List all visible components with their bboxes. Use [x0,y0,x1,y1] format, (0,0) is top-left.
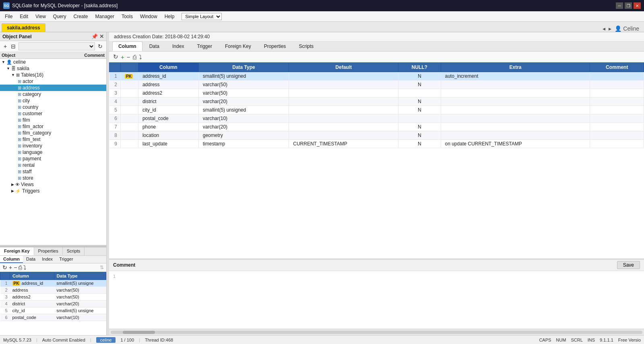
tree-table-country[interactable]: ⊞ country [0,104,106,110]
panel-pin-icon[interactable]: 📌 [91,33,98,39]
tree-table-inventory[interactable]: ⊞ inventory [0,143,106,149]
minimize-button[interactable]: ─ [616,2,623,9]
menu-create[interactable]: Create [70,13,91,20]
col-extra[interactable]: Extra [441,63,590,72]
menu-file[interactable]: File [2,13,16,20]
panel-grid-button[interactable]: ⊟ [10,43,17,50]
tree-table-category[interactable]: ⊞ category [0,91,106,97]
tree-tables[interactable]: ▼ ⊞ Tables(16) [0,72,106,78]
tree-table-film-category[interactable]: ⊞ film_category [0,130,106,136]
active-tab[interactable]: sakila.address [2,23,45,32]
tab-data[interactable]: Data [143,41,165,51]
row-default [289,97,398,106]
lower-sub-tab-column[interactable]: Column [0,256,23,263]
content-remove-button[interactable]: − [127,54,130,60]
app-version: 9.1.1.1 [600,338,613,342]
scrollbar-thumb[interactable] [123,331,155,334]
row-column[interactable]: location [138,131,198,140]
panel-refresh-button[interactable]: ↻ [97,43,104,50]
content-add-button[interactable]: + [121,54,124,60]
lower-refresh-button[interactable]: ↻ [2,264,7,271]
row-column[interactable]: address [138,81,198,89]
tab-column[interactable]: Column [112,41,142,51]
tree-table-payment[interactable]: ⊞ payment [0,155,106,162]
panel-filter-select[interactable] [19,42,95,50]
row-column[interactable]: address2 [138,89,198,97]
nav-back[interactable]: ◂ [603,25,605,32]
lower-print-button[interactable]: ⎙ [19,264,22,271]
tab-scripts[interactable]: Scripts [293,41,320,51]
tree-table-film-actor[interactable]: ⊞ film_actor [0,123,106,130]
info-bar: address Creation Date: 2018-08-02 14:29:… [109,32,644,41]
tree-table-rental[interactable]: ⊞ rental [0,162,106,168]
tree-table-customer[interactable]: ⊞ customer [0,110,106,117]
user-session-tab[interactable]: celine [96,337,116,343]
col-default[interactable]: Default [289,63,398,72]
nav-forward[interactable]: ▸ [609,25,611,32]
close-button[interactable]: ✕ [634,2,641,9]
tab-index[interactable]: Index [166,41,190,51]
tree-views[interactable]: ▶ 👁 Views [0,181,106,188]
content-print-button[interactable]: ⎙ [133,54,136,60]
col-column-name[interactable]: Column [138,63,198,72]
row-column[interactable]: city_id [138,106,198,114]
row-column[interactable]: district [138,97,198,106]
panel-close-icon[interactable]: ✕ [99,33,104,39]
chevron-down-icon-sakila: ▼ [6,66,10,70]
tab-trigger[interactable]: Trigger [191,41,218,51]
lower-tab-bar: Foreign Key Properties Scripts [0,247,106,256]
tree-table-store[interactable]: ⊞ store [0,175,106,181]
tree-sakila[interactable]: ▼ 🗄 sakila [0,65,106,72]
tree-table-address[interactable]: ⊞ address [0,85,106,91]
menu-view[interactable]: View [32,13,49,20]
row-pk [121,123,138,131]
menu-tools[interactable]: Tools [118,13,136,20]
row-column[interactable]: phone [138,123,198,131]
row-extra [441,131,590,140]
menu-manager[interactable]: Manager [92,13,118,20]
views-icon: 👁 [15,182,20,187]
lower-export-button[interactable]: ⤵ [23,264,26,271]
tree-table-film[interactable]: ⊞ film [0,117,106,123]
tree-table-city[interactable]: ⊞ city [0,97,106,104]
menu-query[interactable]: Query [50,13,70,20]
comment-save-button[interactable]: Save [617,261,640,269]
col-comment[interactable]: Comment [590,63,644,72]
menu-edit[interactable]: Edit [17,13,31,20]
row-comment [590,106,644,114]
lower-tab-scripts[interactable]: Scripts [63,247,85,255]
row-column[interactable]: postal_code [138,114,198,123]
lower-tab-properties[interactable]: Properties [34,247,63,255]
col-pk[interactable] [121,63,138,72]
lower-add-button[interactable]: + [9,264,12,271]
horizontal-scrollbar[interactable] [109,329,644,335]
tree-table-film-text[interactable]: ⊞ film_text [0,136,106,143]
tree-triggers[interactable]: ▶ ⚡ Triggers [0,188,106,194]
restore-button[interactable]: ❐ [625,2,632,9]
layout-select[interactable]: Simple Layout [182,13,222,20]
lower-tab-foreign-key[interactable]: Foreign Key [0,247,34,255]
table-icon-city: ⊞ [18,98,21,104]
lower-sub-tab-data[interactable]: Data [23,256,39,263]
lower-remove-button[interactable]: − [14,264,17,271]
tab-foreign-key[interactable]: Foreign Key [219,41,257,51]
col-sort[interactable] [109,63,121,72]
lower-sub-tab-trigger[interactable]: Trigger [56,256,76,263]
col-null[interactable]: NULL? [398,63,441,72]
panel-add-button[interactable]: + [2,43,8,50]
col-data-type[interactable]: Data Type [198,63,289,72]
lower-sub-tab-index[interactable]: Index [39,256,56,263]
row-column[interactable]: last_update [138,140,198,148]
row-column[interactable]: address_id [138,72,198,81]
tree-table-staff[interactable]: ⊞ staff [0,168,106,175]
tree-root-celine[interactable]: ▼ 👤 celine [0,59,106,65]
content-refresh-button[interactable]: ↻ [113,53,118,60]
tree-table-language[interactable]: ⊞ language [0,149,106,155]
tab-properties[interactable]: Properties [258,41,292,51]
row-comment [590,114,644,123]
menu-help[interactable]: Help [161,13,178,20]
data-table-container: Column Data Type Default NULL? Extra Com… [109,62,644,259]
menu-window[interactable]: Window [137,13,161,20]
tree-table-actor[interactable]: ⊞ actor [0,78,106,85]
content-export-button[interactable]: ⤵ [139,54,142,60]
